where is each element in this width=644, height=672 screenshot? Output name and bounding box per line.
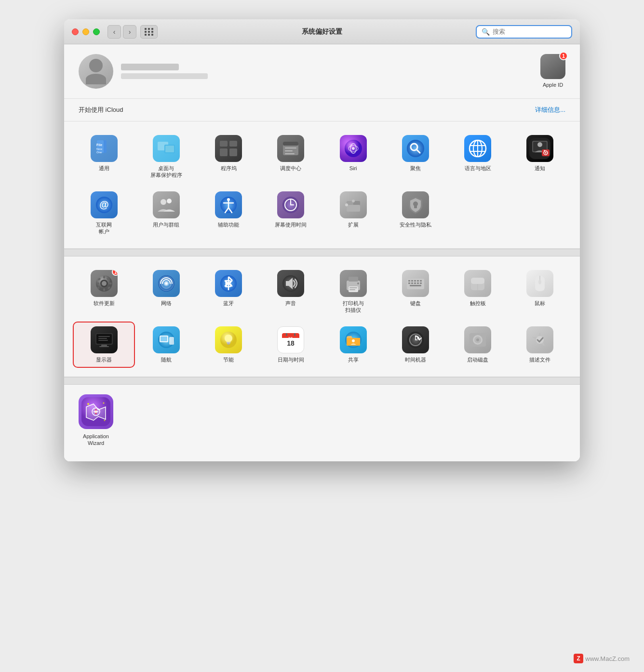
pref-sharing[interactable]: 共享: [323, 323, 383, 367]
svg-rect-93: [417, 280, 419, 282]
icloud-details-link[interactable]: 详细信息...: [535, 106, 565, 114]
svg-rect-115: [169, 337, 174, 345]
svg-rect-16: [285, 153, 295, 154]
svg-rect-11: [229, 148, 237, 156]
sound-icon: [277, 270, 304, 297]
mouse-icon: [526, 270, 553, 297]
pref-datetime[interactable]: JUL 18 日期与时间: [261, 323, 321, 367]
pref-sound-label: 声音: [285, 300, 296, 307]
pref-schedule[interactable]: 调度中心: [261, 131, 321, 183]
pref-screentime[interactable]: 屏幕使用时间: [261, 188, 321, 239]
internet-icon: @: [91, 191, 118, 218]
keyboard-icon: [402, 270, 429, 297]
pref-mouse-label: 鼠标: [535, 300, 545, 307]
svg-point-105: [538, 280, 541, 284]
svg-point-130: [352, 339, 355, 342]
close-button[interactable]: [72, 28, 79, 35]
users-icon: [153, 191, 180, 218]
pref-display[interactable]: 显示器: [74, 323, 134, 367]
pref-siri[interactable]: Siri: [323, 131, 383, 183]
pref-mouse[interactable]: 鼠标: [510, 266, 570, 318]
search-input[interactable]: [493, 28, 566, 35]
pref-spotlight-label: 聚焦: [410, 165, 421, 172]
pref-internet[interactable]: @ 互联网帐户: [74, 188, 134, 239]
pref-language[interactable]: 语言与地区: [448, 131, 508, 183]
svg-point-61: [102, 281, 107, 286]
pref-printer[interactable]: 打印机与扫描仪: [323, 266, 383, 318]
notification-icon: [526, 135, 553, 162]
svg-rect-95: [408, 282, 410, 284]
apple-id-button[interactable]: 1 Apple ID: [540, 54, 565, 88]
svg-text:File: File: [96, 143, 102, 147]
search-box[interactable]: 🔍: [476, 25, 572, 39]
svg-rect-84: [349, 277, 358, 282]
section-divider-2: [64, 377, 580, 385]
pref-bluetooth[interactable]: B 蓝牙: [199, 266, 259, 318]
svg-rect-102: [471, 278, 484, 284]
pref-timemachine[interactable]: 时间机器: [385, 323, 445, 367]
schedule-icon: [277, 135, 304, 162]
application-wizard-icon: [79, 394, 113, 429]
pref-trackpad[interactable]: 触控板: [448, 266, 508, 318]
pref-general[interactable]: File New One 通用: [74, 131, 134, 183]
pref-handoff[interactable]: 随航: [136, 323, 196, 367]
pref-energy[interactable]: 节能: [199, 323, 259, 367]
minimize-button[interactable]: [82, 28, 89, 35]
svg-rect-91: [411, 280, 413, 282]
sharing-icon: [340, 326, 367, 353]
svg-rect-54: [347, 205, 360, 212]
empty-slot-1: [448, 188, 508, 239]
pref-general-label: 通用: [99, 165, 109, 172]
pref-network-label: 网络: [161, 300, 172, 307]
svg-point-36: [545, 152, 547, 154]
svg-rect-7: [165, 146, 174, 152]
pref-security[interactable]: 安全性与隐私: [385, 188, 445, 239]
svg-rect-128: [294, 333, 295, 336]
svg-point-118: [225, 335, 232, 342]
hardware-grid-row2: 显示器: [74, 323, 570, 367]
svg-point-144: [104, 420, 106, 421]
svg-rect-97: [414, 282, 416, 284]
pref-mission[interactable]: 程序坞: [199, 131, 259, 183]
svg-rect-64: [96, 282, 99, 284]
grid-view-button[interactable]: [140, 25, 158, 39]
apple-id-label: Apple ID: [543, 82, 563, 88]
svg-point-55: [352, 200, 355, 202]
pref-profiles[interactable]: 描述文件: [510, 323, 570, 367]
pref-startup[interactable]: 启动磁盘: [448, 323, 508, 367]
titlebar: ‹ › 系统偏好设置 🔍: [64, 19, 580, 44]
back-button[interactable]: ‹: [107, 25, 121, 39]
user-profile-section: 1 Apple ID: [64, 44, 580, 99]
forward-button[interactable]: ›: [123, 25, 136, 39]
pref-users[interactable]: 用户与群组: [136, 188, 196, 239]
pref-softwareupdate[interactable]: 1 软件更新: [74, 266, 134, 318]
svg-point-138: [476, 338, 479, 341]
pref-accessibility[interactable]: 辅助功能: [199, 188, 259, 239]
apple-id-badge: 1: [559, 52, 568, 60]
pref-extensions[interactable]: 扩展: [323, 188, 383, 239]
svg-point-88: [357, 282, 359, 284]
pref-desktop[interactable]: 桌面与屏幕保护程序: [136, 131, 196, 183]
svg-rect-9: [229, 141, 237, 147]
app-application-wizard[interactable]: ApplicationWizard: [79, 394, 113, 447]
pref-profiles-label: 描述文件: [529, 356, 550, 363]
pref-handoff-label: 随航: [161, 356, 172, 363]
pref-sound[interactable]: 声音: [261, 266, 321, 318]
svg-rect-116: [161, 336, 167, 341]
profiles-icon: [526, 326, 553, 353]
pref-display-label: 显示器: [96, 356, 112, 363]
pref-keyboard[interactable]: 键盘: [385, 266, 445, 318]
pref-trackpad-label: 触控板: [470, 300, 486, 307]
pref-notification[interactable]: 通知: [510, 131, 570, 183]
pref-spotlight[interactable]: 聚焦: [385, 131, 445, 183]
pref-mission-label: 程序坞: [221, 165, 237, 172]
bluetooth-icon: B: [215, 270, 242, 297]
svg-rect-111: [98, 338, 107, 339]
avatar: [79, 54, 113, 89]
network-icon: [153, 270, 180, 297]
maximize-button[interactable]: [93, 28, 100, 35]
pref-network[interactable]: 网络: [136, 266, 196, 318]
window-title: 系统偏好设置: [302, 27, 342, 36]
hardware-grid-row1: 1 软件更新: [74, 266, 570, 318]
datetime-icon: JUL 18: [277, 326, 304, 353]
